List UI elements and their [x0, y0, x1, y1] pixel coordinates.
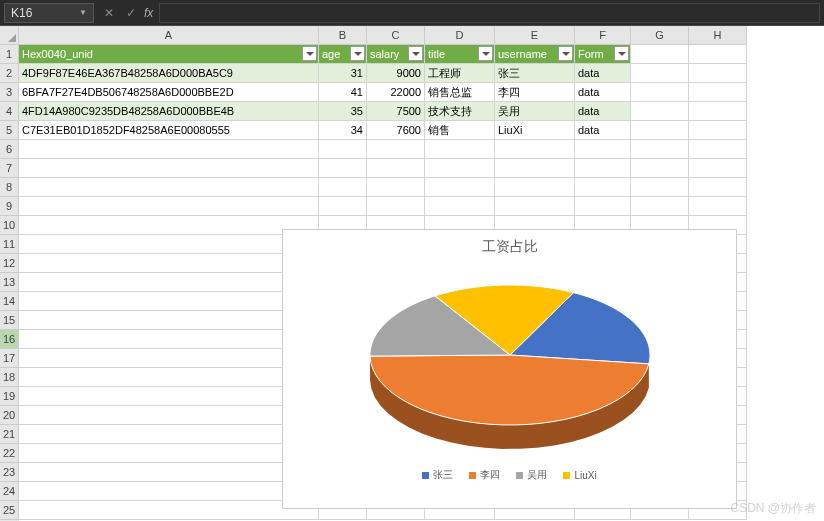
table-cell[interactable]: [689, 83, 747, 102]
col-header-G[interactable]: G: [631, 26, 689, 45]
empty-cell[interactable]: [19, 197, 319, 216]
empty-cell[interactable]: [495, 140, 575, 159]
table-cell[interactable]: [689, 121, 747, 140]
table-cell[interactable]: 9000: [367, 64, 425, 83]
select-all-corner[interactable]: [0, 26, 19, 45]
table-cell[interactable]: LiuXi: [495, 121, 575, 140]
table-cell[interactable]: [689, 102, 747, 121]
table-cell[interactable]: 22000: [367, 83, 425, 102]
table-cell[interactable]: [631, 83, 689, 102]
empty-cell[interactable]: [495, 197, 575, 216]
fx-icon[interactable]: fx: [144, 6, 153, 20]
filter-dropdown-icon[interactable]: [350, 46, 365, 61]
empty-cell[interactable]: [19, 330, 319, 349]
table-cell[interactable]: data: [575, 121, 631, 140]
row-header[interactable]: 10: [0, 216, 19, 235]
empty-cell[interactable]: [19, 178, 319, 197]
table-cell[interactable]: 工程师: [425, 64, 495, 83]
name-box[interactable]: K16 ▼: [4, 3, 94, 23]
empty-cell[interactable]: [689, 197, 747, 216]
table-cell[interactable]: [631, 102, 689, 121]
empty-cell[interactable]: [425, 178, 495, 197]
accept-icon[interactable]: ✓: [122, 6, 140, 20]
empty-cell[interactable]: [575, 178, 631, 197]
table-header-cell[interactable]: [631, 45, 689, 64]
row-header[interactable]: 9: [0, 197, 19, 216]
empty-cell[interactable]: [19, 140, 319, 159]
row-header[interactable]: 1: [0, 45, 19, 64]
row-header[interactable]: 22: [0, 444, 19, 463]
table-cell[interactable]: 吴用: [495, 102, 575, 121]
table-cell[interactable]: [631, 121, 689, 140]
table-cell[interactable]: 销售: [425, 121, 495, 140]
empty-cell[interactable]: [319, 140, 367, 159]
row-header[interactable]: 24: [0, 482, 19, 501]
empty-cell[interactable]: [19, 292, 319, 311]
row-header[interactable]: 12: [0, 254, 19, 273]
table-cell[interactable]: 4FD14A980C9235DB48258A6D000BBE4B: [19, 102, 319, 121]
empty-cell[interactable]: [19, 425, 319, 444]
table-header-cell[interactable]: title: [425, 45, 495, 64]
col-header-F[interactable]: F: [575, 26, 631, 45]
empty-cell[interactable]: [689, 159, 747, 178]
table-header-cell[interactable]: Form: [575, 45, 631, 64]
filter-dropdown-icon[interactable]: [408, 46, 423, 61]
col-header-A[interactable]: A: [19, 26, 319, 45]
empty-cell[interactable]: [19, 349, 319, 368]
empty-cell[interactable]: [19, 501, 319, 520]
table-cell[interactable]: C7E31EB01D1852DF48258A6E00080555: [19, 121, 319, 140]
table-header-cell[interactable]: age: [319, 45, 367, 64]
table-cell[interactable]: data: [575, 102, 631, 121]
empty-cell[interactable]: [19, 311, 319, 330]
empty-cell[interactable]: [575, 140, 631, 159]
filter-dropdown-icon[interactable]: [614, 46, 629, 61]
empty-cell[interactable]: [575, 159, 631, 178]
row-header[interactable]: 11: [0, 235, 19, 254]
empty-cell[interactable]: [631, 159, 689, 178]
empty-cell[interactable]: [19, 463, 319, 482]
table-cell[interactable]: 技术支持: [425, 102, 495, 121]
col-header-C[interactable]: C: [367, 26, 425, 45]
empty-cell[interactable]: [19, 159, 319, 178]
row-header[interactable]: 4: [0, 102, 19, 121]
row-header[interactable]: 20: [0, 406, 19, 425]
col-header-H[interactable]: H: [689, 26, 747, 45]
table-cell[interactable]: 7500: [367, 102, 425, 121]
table-cell[interactable]: 李四: [495, 83, 575, 102]
empty-cell[interactable]: [19, 254, 319, 273]
empty-cell[interactable]: [367, 197, 425, 216]
empty-cell[interactable]: [575, 197, 631, 216]
table-cell[interactable]: data: [575, 83, 631, 102]
empty-cell[interactable]: [689, 140, 747, 159]
row-header[interactable]: 19: [0, 387, 19, 406]
row-header[interactable]: 16: [0, 330, 19, 349]
empty-cell[interactable]: [319, 178, 367, 197]
table-header-cell[interactable]: [689, 45, 747, 64]
table-cell[interactable]: 7600: [367, 121, 425, 140]
table-cell[interactable]: [689, 64, 747, 83]
empty-cell[interactable]: [319, 197, 367, 216]
table-cell[interactable]: 销售总监: [425, 83, 495, 102]
table-cell[interactable]: 35: [319, 102, 367, 121]
empty-cell[interactable]: [425, 140, 495, 159]
col-header-B[interactable]: B: [319, 26, 367, 45]
row-header[interactable]: 25: [0, 501, 19, 520]
empty-cell[interactable]: [367, 159, 425, 178]
empty-cell[interactable]: [319, 159, 367, 178]
row-header[interactable]: 17: [0, 349, 19, 368]
empty-cell[interactable]: [495, 178, 575, 197]
col-header-E[interactable]: E: [495, 26, 575, 45]
formula-bar[interactable]: [159, 3, 820, 23]
empty-cell[interactable]: [425, 159, 495, 178]
row-header[interactable]: 21: [0, 425, 19, 444]
empty-cell[interactable]: [631, 178, 689, 197]
empty-cell[interactable]: [425, 197, 495, 216]
row-header[interactable]: 2: [0, 64, 19, 83]
empty-cell[interactable]: [19, 482, 319, 501]
empty-cell[interactable]: [689, 178, 747, 197]
empty-cell[interactable]: [19, 273, 319, 292]
row-header[interactable]: 3: [0, 83, 19, 102]
empty-cell[interactable]: [19, 235, 319, 254]
row-header[interactable]: 7: [0, 159, 19, 178]
filter-dropdown-icon[interactable]: [558, 46, 573, 61]
